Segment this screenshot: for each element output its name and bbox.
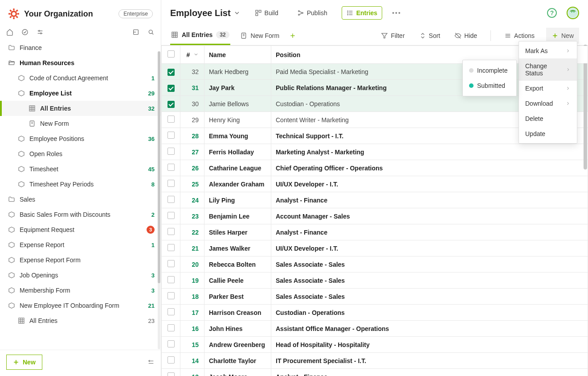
sidebar-item[interactable]: Open Roles [0,146,161,161]
actions-menu-item[interactable]: Update [519,126,577,141]
sidebar-item[interactable]: Basic Sales Form with Discounts2 [0,207,161,222]
sidebar-item[interactable]: New Form [0,116,161,131]
status-menu-item[interactable]: Submitted [463,78,516,93]
col-name-header[interactable]: Name [204,46,271,64]
table-row[interactable]: 23 Benjamin Lee Account Manager - Sales [162,208,588,224]
sidebar-item[interactable]: Timesheet45 [0,161,161,177]
row-checkbox[interactable] [167,324,175,331]
sliders-icon[interactable] [37,29,44,36]
col-number-header[interactable]: # [186,51,190,58]
actions-menu-item[interactable]: Export [519,81,577,96]
row-number: 29 [180,112,204,128]
svg-rect-48 [256,10,258,12]
table-row[interactable]: 27 Ferris Holladay Marketing Analyst - M… [162,144,588,160]
page-title[interactable]: Employee List [170,8,241,18]
table-row[interactable]: 24 Lily Ping Analyst - Finance [162,192,588,208]
row-checkbox[interactable] [167,228,175,235]
sidebar-item[interactable]: New Employee IT Onboarding Form21 [0,298,161,313]
svg-point-9 [22,29,28,35]
row-checkbox[interactable] [167,340,175,347]
row-checkbox[interactable] [167,372,175,376]
sidebar-item[interactable]: Job Openings3 [0,268,161,283]
sidebar-item[interactable]: Timesheet Pay Periods8 [0,177,161,192]
row-checkbox[interactable] [167,164,175,171]
row-checkbox[interactable] [167,244,175,251]
row-checkbox[interactable] [167,69,175,76]
org-name[interactable]: Your Organization [24,9,118,19]
sidebar-item[interactable]: Membership Form3 [0,283,161,298]
collapse-icon[interactable] [147,359,155,366]
row-checkbox[interactable] [167,148,175,155]
sidebar-item[interactable]: All Entries32 [0,101,161,116]
sidebar-new-button[interactable]: New [6,355,42,370]
row-checkbox[interactable] [167,132,175,139]
table-row[interactable]: 16 John Hines Assistant Office Manager -… [162,321,588,337]
sidebar-item[interactable]: Code of Conduct Agreement1 [0,70,161,86]
sidebar-item[interactable]: Employee Positions36 [0,131,161,146]
tab-publish[interactable]: Publish [293,7,332,19]
row-checkbox[interactable] [167,116,175,123]
sort-button[interactable]: Sort [416,28,443,44]
home-icon[interactable] [6,29,13,36]
row-checkbox[interactable] [167,101,175,108]
row-checkbox[interactable] [167,356,175,364]
row-checkbox[interactable] [167,196,175,203]
row-checkbox[interactable] [167,212,175,219]
sidebar-item[interactable]: Equipment Request3 [0,222,161,237]
table-row[interactable]: 25 Alexander Graham UI/UX Developer - I.… [162,176,588,192]
sidebar-item-label: All Entries [40,105,148,112]
actions-menu-item[interactable]: Delete [519,111,577,126]
row-number: 20 [180,256,204,273]
hide-button[interactable]: Hide [452,28,480,44]
table-row[interactable]: 26 Catharine League Chief Operating Offi… [162,160,588,176]
table-row[interactable]: 22 Stiles Harper Analyst - Finance [162,224,588,240]
filter-button[interactable]: Filter [378,28,407,44]
sidebar-item[interactable]: Human Resources [0,55,161,70]
sidebar-scrollbar[interactable] [158,51,160,349]
subtab-new-form[interactable]: New Form [239,27,281,45]
sidebar-item[interactable]: All Entries23 [0,313,161,328]
actions-menu-item[interactable]: Change Status [519,58,577,81]
sidebar-item[interactable]: Employee List29 [0,86,161,101]
sidebar-item[interactable]: Expense Report1 [0,237,161,252]
main-scrollbar[interactable] [584,45,587,376]
table-row[interactable]: 20 Rebecca Bolten Sales Associate - Sale… [162,256,588,273]
table-row[interactable]: 21 James Walker UI/UX Developer - I.T. [162,240,588,256]
check-circle-icon[interactable] [21,29,29,36]
subtab-all-entries[interactable]: All Entries 32 [170,26,230,45]
panel-icon[interactable] [132,29,139,36]
sidebar-item[interactable]: Finance [0,40,161,55]
avatar[interactable] [567,7,579,19]
actions-menu-item[interactable]: Download [519,96,577,111]
tab-entries[interactable]: Entries [342,6,382,20]
status-menu-item[interactable]: Incomplete [463,63,516,78]
sidebar-item-label: Sales [20,196,155,203]
form-icon [8,302,15,309]
sidebar-item[interactable]: Expense Report Form [0,252,161,268]
table-row[interactable]: 19 Callie Peele Sales Associate - Sales [162,273,588,289]
row-checkbox[interactable] [167,276,175,283]
row-checkbox[interactable] [167,180,175,187]
sidebar-tree[interactable]: FinanceHuman ResourcesCode of Conduct Ag… [0,40,161,376]
table-row[interactable]: 15 Andrew Greenberg Head of Hospitality … [162,337,588,353]
table-row[interactable]: 13 Jacob Moore Analyst - Finance [162,369,588,376]
svg-marker-31 [19,182,24,187]
row-checkbox[interactable] [167,308,175,315]
search-icon[interactable] [147,29,155,36]
row-checkbox[interactable] [167,292,175,299]
table-row[interactable]: 17 Harrison Creason Custodian - Operatio… [162,305,588,321]
tab-build[interactable]: Build [250,7,283,19]
svg-rect-50 [256,13,258,16]
row-checkbox[interactable] [167,260,175,267]
actions-menu-item[interactable]: Mark As [519,43,577,58]
table-row[interactable]: 18 Parker Best Sales Associate - Sales [162,289,588,305]
sidebar-scroll-thumb[interactable] [158,51,160,283]
row-checkbox[interactable] [167,85,175,92]
table-row[interactable]: 14 Charlotte Taylor IT Procurement Speci… [162,353,588,369]
add-tab-icon[interactable] [289,32,296,39]
sidebar-item-label: Open Roles [29,150,155,157]
help-icon[interactable]: ? [547,8,557,18]
sidebar-item[interactable]: Sales [0,192,161,207]
select-all-checkbox[interactable] [167,50,175,58]
more-menu-icon[interactable]: ••• [392,9,401,17]
